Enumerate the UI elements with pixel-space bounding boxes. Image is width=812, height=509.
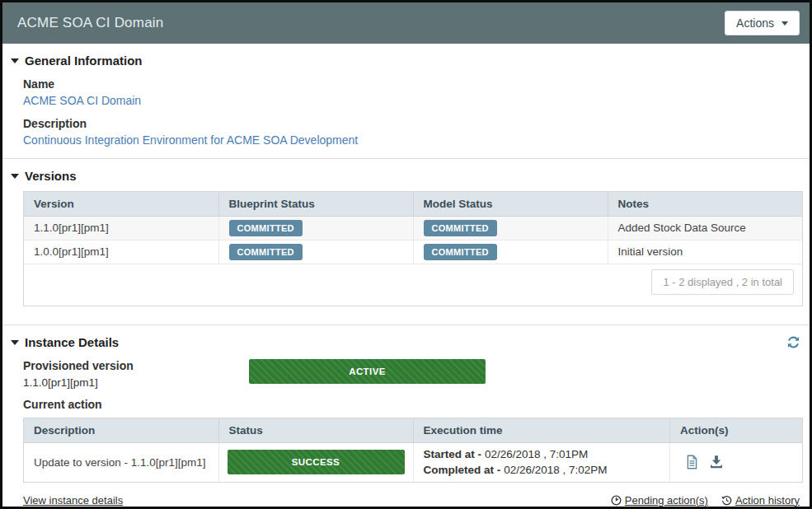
version-cell: 1.0.0[pr1][pm1] [24, 240, 218, 264]
description-label: Description [23, 117, 810, 130]
general-information-header[interactable]: General Information [2, 54, 810, 68]
versions-table: Version Blueprint Status Model Status No… [23, 191, 803, 306]
clock-icon [611, 495, 622, 506]
instance-details-section: Instance Details Provisioned version 1.1… [2, 325, 810, 507]
title-bar: ACME SOA CI Domain Actions [2, 2, 810, 44]
execution-time-cell: Started at -02/26/2018 , 7:01PM Complete… [413, 442, 670, 482]
download-icon[interactable] [709, 455, 724, 469]
notes-cell: Added Stock Data Source [608, 216, 802, 240]
name-label: Name [23, 77, 810, 91]
app-window: ACME SOA CI Domain Actions General Infor… [0, 0, 812, 509]
view-instance-details-link[interactable]: View instance details [23, 494, 123, 507]
pending-actions-link[interactable]: Pending action(s) [611, 494, 708, 507]
versions-title: Versions [25, 169, 77, 183]
column-header-notes: Notes [608, 192, 802, 216]
instance-details-header[interactable]: Instance Details [2, 335, 810, 349]
actions-button-label: Actions [736, 16, 774, 30]
current-action-header-row: Description Status Execution time Action… [24, 418, 802, 442]
column-header-status: Status [218, 418, 413, 442]
pagination-strip: 1 - 2 displayed , 2 in total [24, 264, 802, 306]
general-information-title: General Information [25, 54, 143, 68]
collapse-arrow-icon [11, 174, 19, 179]
started-at-value: 02/26/2018 , 7:01PM [485, 448, 588, 460]
notes-cell: Initial version [608, 240, 802, 264]
description-value: Continuous Integration Environment for A… [23, 133, 810, 147]
instance-details-title: Instance Details [25, 335, 119, 349]
table-row[interactable]: 1.0.0[pr1][pm1] COMMITTED COMMITTED Init… [24, 240, 802, 264]
caret-down-icon [781, 21, 788, 26]
versions-section: Versions Version Blueprint Status Model … [2, 159, 810, 325]
versions-table-header-row: Version Blueprint Status Model Status No… [24, 192, 802, 216]
refresh-icon[interactable] [787, 336, 800, 348]
completed-at-value: 02/26/2018 , 7:02PM [504, 464, 607, 476]
provisioned-version-label: Provisioned version [23, 359, 229, 372]
instance-state-badge: ACTIVE [249, 359, 486, 384]
actions-dropdown-button[interactable]: Actions [725, 11, 800, 35]
model-status-badge: COMMITTED [424, 244, 497, 260]
collapse-arrow-icon [11, 58, 19, 63]
page-title: ACME SOA CI Domain [12, 15, 163, 31]
model-status-badge: COMMITTED [424, 220, 497, 236]
table-row: Update to version - 1.1.0[pr1][pm1] SUCC… [24, 442, 802, 482]
versions-header[interactable]: Versions [2, 169, 810, 183]
action-status-badge: SUCCESS [228, 450, 405, 474]
provisioned-version-value: 1.1.0[pr1][pm1] [23, 376, 229, 389]
footer-links: View instance details Pending action(s) [23, 494, 800, 507]
name-value: ACME SOA CI Domain [23, 94, 810, 107]
general-information-section: General Information Name ACME SOA CI Dom… [2, 44, 810, 159]
row-actions [680, 455, 792, 469]
column-header-model-status: Model Status [413, 192, 608, 216]
column-header-execution-time: Execution time [413, 418, 670, 442]
pagination-summary: 1 - 2 displayed , 2 in total [651, 269, 794, 295]
current-action-label: Current action [23, 398, 810, 411]
column-header-description: Description [24, 418, 218, 442]
table-row[interactable]: 1.1.0[pr1][pm1] COMMITTED COMMITTED Adde… [24, 216, 802, 240]
action-history-link[interactable]: Action history [721, 494, 800, 507]
version-cell: 1.1.0[pr1][pm1] [24, 216, 218, 240]
collapse-arrow-icon [11, 340, 19, 345]
blueprint-status-badge: COMMITTED [229, 220, 303, 236]
current-action-table: Description Status Execution time Action… [23, 418, 803, 483]
started-at-label: Started at - [424, 448, 482, 460]
completed-at-label: Completed at - [424, 464, 501, 476]
action-description-cell: Update to version - 1.1.0[pr1][pm1] [24, 442, 218, 482]
log-file-icon[interactable] [685, 455, 699, 469]
column-header-blueprint-status: Blueprint Status [218, 192, 413, 216]
column-header-actions: Action(s) [670, 418, 802, 442]
history-icon [721, 495, 732, 506]
blueprint-status-badge: COMMITTED [229, 244, 303, 260]
column-header-version: Version [24, 192, 218, 216]
